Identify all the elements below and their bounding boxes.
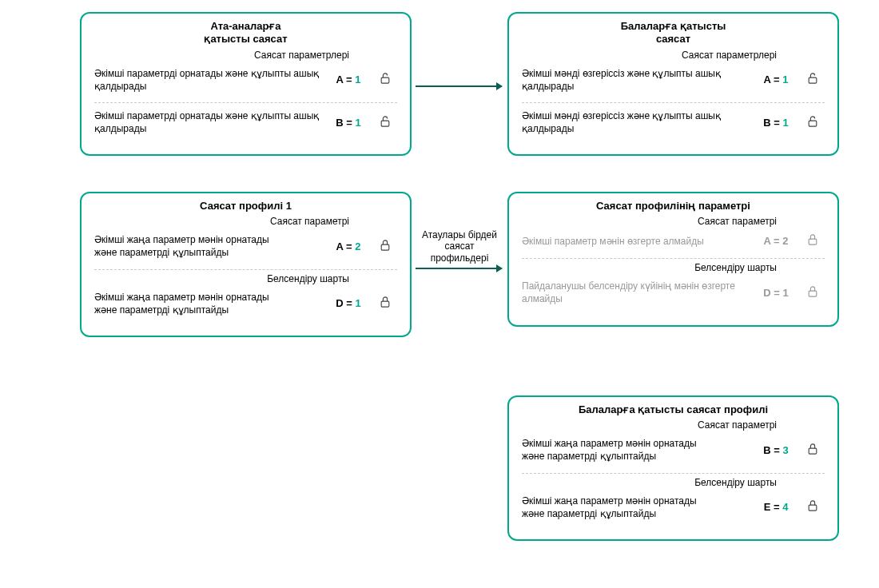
row-b: Әкімші жаңа параметр мәнін орнатады және…: [522, 432, 825, 471]
row-desc: Әкімші мәнді өзгеріссіз және құлыпты ашы…: [522, 109, 751, 135]
row-a: Әкімші жаңа параметр мәнін орнатады және…: [94, 228, 397, 267]
svg-rect-6: [809, 239, 817, 244]
box-policy-profile-param: Саясат профилінің параметрі Саясат парам…: [507, 192, 839, 327]
row-value: A = 2: [751, 235, 801, 247]
box-policy-profile-1: Саясат профилі 1 Саясат параметрі Әкімші…: [80, 192, 412, 337]
lock-icon: [801, 443, 825, 458]
row-desc: Әкімші параметрді орнатады және құлыпты …: [94, 67, 324, 93]
row-a: Әкімші параметрді орнатады және құлыпты …: [94, 62, 397, 101]
box-title: Балаларға қатысты саясат профилі: [522, 403, 825, 416]
row-a: Әкімші параметр мәнін өзгерте алмайды A …: [522, 228, 825, 256]
section-label: Саясат параметрлері: [522, 50, 825, 61]
row-desc: Пайдаланушы белсендіру күйінің мәнін өзг…: [522, 280, 751, 305]
lock-icon: [801, 233, 825, 248]
box-title: Саясат профилі 1: [94, 200, 397, 213]
row-value: A = 2: [324, 240, 373, 252]
section-label: Белсендіру шарты: [522, 262, 825, 273]
row-d: Пайдаланушы белсендіру күйінің мәнін өзг…: [522, 275, 825, 313]
row-b: Әкімші мәнді өзгеріссіз және құлыпты ашы…: [522, 105, 825, 143]
row-value: A = 1: [324, 74, 373, 85]
unlock-icon: [373, 115, 397, 130]
section-label: Белсендіру шарты: [94, 273, 397, 284]
box-child-policy: Балаларға қатыстысаясат Саясат параметрл…: [507, 12, 839, 156]
box-title: Ата-аналарғақатысты саясат: [94, 20, 397, 46]
svg-rect-3: [809, 121, 817, 126]
svg-rect-1: [381, 121, 389, 126]
divider: [94, 102, 397, 103]
svg-rect-2: [809, 77, 817, 83]
row-desc: Әкімші параметрді орнатады және құлыпты …: [94, 109, 324, 135]
section-label: Саясат параметрі: [94, 216, 397, 227]
row-desc: Әкімші мәнді өзгеріссіз және құлыпты ашы…: [522, 67, 751, 93]
row-desc: Әкімші жаңа параметр мәнін орнатады және…: [94, 233, 324, 259]
lock-icon: [373, 296, 397, 311]
arrow-icon: [416, 268, 502, 269]
box-parent-policy: Ата-аналарғақатысты саясат Саясат параме…: [80, 12, 412, 156]
row-desc: Әкімші параметр мәнін өзгерте алмайды: [522, 235, 751, 248]
row-value: D = 1: [324, 297, 373, 309]
unlock-icon: [801, 72, 825, 87]
row-desc: Әкімші жаңа параметр мәнін орнатады және…: [522, 437, 751, 463]
same-name-profiles-label: Атаулары бірдей саясат профильдері: [420, 229, 499, 264]
row-b: Әкімші параметрді орнатады және құлыпты …: [94, 105, 397, 143]
lock-icon: [801, 499, 825, 514]
unlock-icon: [801, 115, 825, 130]
divider: [94, 269, 397, 270]
svg-rect-5: [381, 301, 389, 307]
section-label: Саясат параметрлері: [94, 50, 397, 61]
section-label: Саясат параметрі: [522, 216, 825, 227]
policy-inheritance-diagram: Ата-аналарғақатысты саясат Саясат параме…: [12, 12, 867, 587]
row-d: Әкімші жаңа параметр мәнін орнатады және…: [94, 286, 397, 324]
divider: [522, 258, 825, 259]
svg-rect-8: [809, 448, 817, 454]
divider: [522, 102, 825, 103]
row-value: B = 1: [751, 117, 801, 129]
svg-rect-4: [381, 244, 389, 250]
box-title: Балаларға қатыстысаясат: [522, 20, 825, 46]
svg-rect-0: [381, 77, 389, 83]
box-child-policy-profile: Балаларға қатысты саясат профилі Саясат …: [507, 395, 839, 541]
row-desc: Әкімші жаңа параметр мәнін орнатады және…: [522, 495, 751, 520]
row-value: B = 3: [751, 444, 801, 456]
divider: [522, 473, 825, 474]
box-title: Саясат профилінің параметрі: [522, 200, 825, 213]
row-e: Әкімші жаңа параметр мәнін орнатады және…: [522, 490, 825, 528]
arrow-icon: [416, 85, 502, 87]
lock-icon: [373, 239, 397, 254]
row-value: D = 1: [751, 287, 801, 299]
row-value: E = 4: [751, 501, 801, 513]
section-label: Саясат параметрі: [522, 419, 825, 431]
row-desc: Әкімші жаңа параметр мәнін орнатады және…: [94, 291, 324, 316]
section-label: Белсендіру шарты: [522, 477, 825, 488]
row-a: Әкімші мәнді өзгеріссіз және құлыпты ашы…: [522, 62, 825, 101]
svg-rect-7: [809, 291, 817, 296]
row-value: B = 1: [324, 117, 373, 129]
row-value: A = 1: [751, 74, 801, 85]
svg-rect-9: [809, 505, 817, 511]
unlock-icon: [373, 72, 397, 87]
lock-icon: [801, 285, 825, 300]
